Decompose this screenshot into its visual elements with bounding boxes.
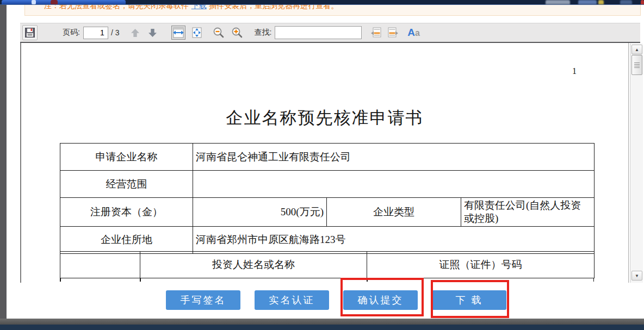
table-row: 申请企业名称 河南省昆仑神通工业有限责任公司 [60, 144, 595, 171]
bottom-navy-bar [0, 325, 644, 330]
column-header: 投资人姓名或名称 [140, 251, 367, 278]
arrow-down-icon [148, 28, 157, 38]
field-value: 有限责任公司(自然人投资或控股) [461, 198, 595, 227]
left-window-edge [0, 5, 7, 322]
favicon-fragment [620, 0, 632, 4]
match-case-toggle[interactable]: Aa [407, 27, 420, 39]
field-value: 河南省昆仑神通工业有限责任公司 [193, 144, 595, 171]
scroll-down-button[interactable]: ▼ [631, 271, 642, 281]
application-table: 申请企业名称 河南省昆仑神通工业有限责任公司 经营范围 注册资本（金） 500(… [60, 143, 595, 254]
zoom-out-button[interactable] [212, 26, 226, 40]
arrow-up-icon [131, 28, 140, 38]
table-border-stub [140, 278, 141, 282]
window-fragment-red [51, 0, 58, 4]
table-row: 注册资本（金） 500(万元) 企业类型 有限责任公司(自然人投资或控股) [60, 198, 595, 227]
favicon-fragment [598, 0, 604, 4]
page-number-label: 页码: [63, 28, 80, 38]
find-input[interactable] [275, 26, 362, 39]
magnifier-minus-icon [213, 27, 225, 39]
screen: 注：若无法查看或签名，请先关闭杀毒软件“下载”插件安装后，重启浏览器再进行查看。… [0, 0, 644, 330]
pdf-page-number: 1 [572, 66, 577, 76]
field-label: 申请企业名称 [60, 144, 193, 171]
fit-width-icon [172, 27, 184, 38]
handwritten-signature-button[interactable]: 手写签名 [166, 290, 240, 310]
save-button[interactable] [22, 25, 38, 40]
field-label: 企业住所地 [60, 226, 193, 253]
document-title: 企业名称预先核准申请书 [21, 107, 628, 129]
page-number-input[interactable] [83, 27, 108, 39]
triangle-up-icon: ▲ [635, 47, 639, 52]
annotation-box-confirm-submit [340, 278, 424, 316]
table-row: 经营范围 [60, 171, 595, 198]
triangle-down-icon: ▼ [635, 273, 639, 278]
real-name-verification-button[interactable]: 实名认证 [255, 290, 329, 310]
field-label: 注册资本（金） [60, 198, 193, 227]
floppy-save-icon [24, 27, 35, 38]
field-value [193, 171, 595, 198]
investor-header-table: 投资人姓名或名称 证照（证件）号码 [60, 251, 595, 278]
field-label: 企业类型 [327, 198, 461, 227]
next-page-button[interactable] [145, 26, 159, 40]
fit-page-icon [191, 27, 203, 38]
match-case-upper: A [407, 27, 415, 38]
table-border-stub [60, 278, 61, 282]
table-row: 投资人姓名或名称 证照（证件）号码 [60, 251, 595, 278]
close-fragment [641, 0, 644, 4]
browser-top-edge [0, 0, 644, 5]
field-value: 500(万元) [193, 198, 327, 227]
field-value: 河南省郑州市中原区航海路123号 [193, 226, 595, 253]
bottom-gray-bar [0, 319, 644, 325]
fit-page-button[interactable] [190, 26, 204, 40]
find-label: 查找: [254, 28, 271, 38]
vertical-scrollbar[interactable]: ▲ ▼ [630, 43, 643, 283]
table-border-stub [593, 278, 595, 282]
column-header: 证照（证件）号码 [367, 251, 595, 278]
fit-width-button[interactable] [171, 26, 185, 40]
tab-fragment [578, 0, 597, 4]
page-total-label: / 3 [111, 28, 120, 37]
annotation-box-download [431, 280, 509, 318]
match-case-lower: a [415, 28, 420, 38]
window-highlight [32, 0, 36, 4]
scroll-up-button[interactable]: ▲ [631, 45, 642, 54]
find-next-icon [387, 27, 399, 38]
window-fragment [2, 0, 126, 4]
find-previous-icon [370, 27, 382, 38]
previous-page-button[interactable] [128, 26, 142, 40]
empty-cell [60, 251, 140, 278]
zoom-in-button[interactable] [230, 26, 244, 40]
pdf-toolbar: 页码: / 3 [20, 23, 640, 43]
tab-fragment [546, 0, 570, 4]
pdf-viewer: 1 企业名称预先核准申请书 申请企业名称 河南省昆仑神通工业有限责任公司 经营范… [20, 43, 629, 283]
find-next-button[interactable] [386, 26, 400, 40]
table-row: 企业住所地 河南省郑州市中原区航海路123号 [60, 226, 595, 253]
magnifier-plus-icon [231, 27, 243, 39]
find-previous-button[interactable] [369, 26, 383, 40]
scrollbar-thumb[interactable] [631, 55, 642, 75]
field-label: 经营范围 [60, 171, 193, 198]
